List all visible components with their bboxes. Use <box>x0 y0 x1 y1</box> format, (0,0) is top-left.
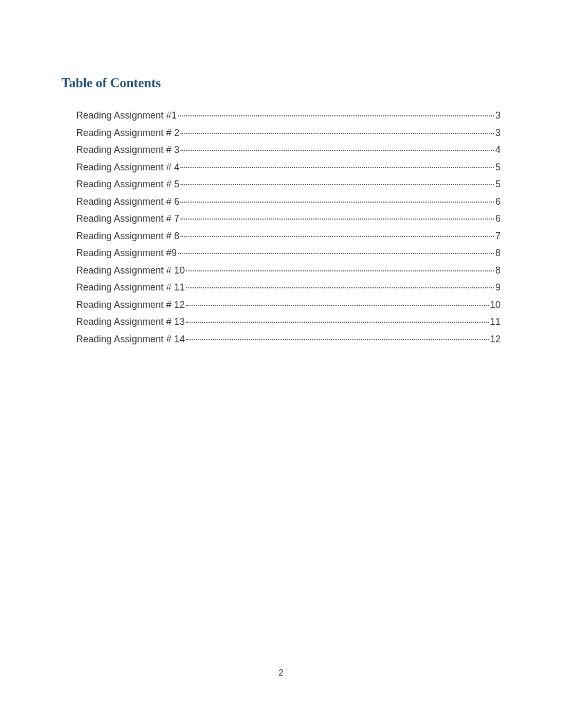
toc-leader-dots <box>180 150 494 151</box>
toc-entry-page: 5 <box>495 162 501 172</box>
toc-entry-page: 4 <box>495 145 501 154</box>
toc-leader-dots <box>180 133 494 134</box>
toc-entry-page: 6 <box>495 197 501 206</box>
toc-entry[interactable]: Reading Assignment # 119 <box>76 283 501 292</box>
toc-entry[interactable]: Reading Assignment # 66 <box>76 197 501 206</box>
toc-entry-title: Reading Assignment # 12 <box>76 300 185 310</box>
toc-list: Reading Assignment #13Reading Assignment… <box>61 111 501 344</box>
toc-entry-title: Reading Assignment #9 <box>76 248 177 258</box>
toc-entry-page: 10 <box>490 300 501 310</box>
toc-entry-title: Reading Assignment # 5 <box>76 179 179 189</box>
toc-entry-page: 9 <box>495 283 501 292</box>
toc-entry-page: 3 <box>495 128 501 138</box>
toc-entry-page: 7 <box>495 231 501 241</box>
toc-leader-dots <box>186 339 489 340</box>
toc-entry-title: Reading Assignment # 11 <box>76 283 185 292</box>
toc-entry[interactable]: Reading Assignment # 45 <box>76 162 501 172</box>
toc-leader-dots <box>180 219 494 220</box>
toc-entry[interactable]: Reading Assignment # 1412 <box>76 334 501 344</box>
toc-leader-dots <box>178 115 494 116</box>
toc-entry[interactable]: Reading Assignment # 55 <box>76 179 501 189</box>
toc-entry-page: 3 <box>495 111 501 120</box>
toc-entry-title: Reading Assignment # 2 <box>76 128 179 138</box>
toc-leader-dots <box>178 253 494 254</box>
toc-entry[interactable]: Reading Assignment # 1210 <box>76 300 501 310</box>
toc-entry-title: Reading Assignment # 6 <box>76 197 179 206</box>
toc-heading: Table of Contents <box>61 76 501 90</box>
toc-entry[interactable]: Reading Assignment # 23 <box>76 128 501 138</box>
toc-entry[interactable]: Reading Assignment #98 <box>76 248 501 258</box>
toc-leader-dots <box>180 236 494 237</box>
toc-entry[interactable]: Reading Assignment # 1311 <box>76 317 501 326</box>
toc-entry[interactable]: Reading Assignment #13 <box>76 111 501 120</box>
toc-entry[interactable]: Reading Assignment # 34 <box>76 145 501 154</box>
toc-leader-dots <box>180 167 494 168</box>
toc-entry-title: Reading Assignment # 3 <box>76 145 179 154</box>
toc-entry-page: 8 <box>495 266 501 275</box>
toc-entry-title: Reading Assignment # 4 <box>76 162 179 172</box>
toc-leader-dots <box>180 184 494 185</box>
toc-entry-title: Reading Assignment # 7 <box>76 214 179 223</box>
toc-entry-title: Reading Assignment # 13 <box>76 317 185 326</box>
toc-entry-page: 12 <box>490 334 501 344</box>
document-page: Table of Contents Reading Assignment #13… <box>0 0 562 728</box>
toc-entry-title: Reading Assignment # 8 <box>76 231 179 241</box>
toc-leader-dots <box>186 305 489 306</box>
toc-entry-title: Reading Assignment # 10 <box>76 266 185 275</box>
toc-entry-page: 11 <box>490 317 501 326</box>
toc-leader-dots <box>186 322 489 323</box>
toc-entry-title: Reading Assignment #1 <box>76 111 177 120</box>
toc-entry-title: Reading Assignment # 14 <box>76 334 185 344</box>
toc-leader-dots <box>186 270 494 271</box>
toc-entry-page: 5 <box>495 179 501 189</box>
toc-leader-dots <box>180 202 494 203</box>
toc-entry[interactable]: Reading Assignment # 108 <box>76 266 501 275</box>
toc-entry[interactable]: Reading Assignment # 87 <box>76 231 501 241</box>
toc-entry-page: 6 <box>495 214 501 223</box>
toc-entry-page: 8 <box>495 248 501 258</box>
page-number: 2 <box>0 668 562 678</box>
toc-entry[interactable]: Reading Assignment # 76 <box>76 214 501 223</box>
toc-leader-dots <box>186 287 494 288</box>
